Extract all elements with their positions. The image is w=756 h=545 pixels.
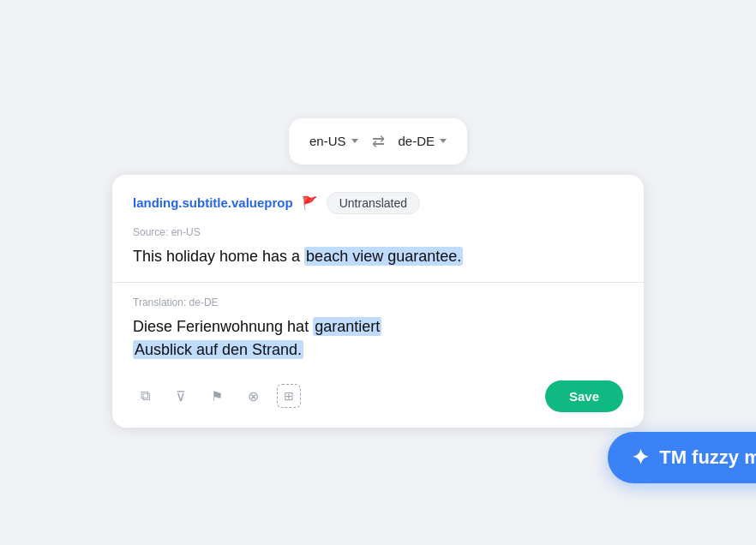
card-footer: ⧉ ⊽ ⚑ ⊗ ⊞ Save [112,372,644,428]
footer-actions: ⧉ ⊽ ⚑ ⊗ ⊞ [133,384,301,408]
filter-icon[interactable]: ⊽ [169,384,193,408]
translation-section: Translation: de-DE Diese Ferienwohnung h… [112,283,644,372]
source-section: Source: en-US This holiday home has a be… [112,226,644,282]
source-language-selector[interactable]: en-US [309,134,358,148]
translation-highlight-2: Ausblick auf den Strand. [133,340,303,359]
card-header: landing.subtitle.valueprop 🚩 Untranslate… [112,175,644,226]
translation-label: Translation: de-DE [133,296,623,308]
source-label: Source: en-US [133,226,623,238]
flag-icon[interactable]: 🚩 [302,195,318,211]
source-lang-chevron-icon [351,139,358,143]
language-selector-card: en-US ⇄ de-DE [289,118,467,165]
translation-key: landing.subtitle.valueprop [133,195,293,210]
sparkle-icon: ✦ [632,446,649,470]
translation-highlight-1: garantiert [313,317,381,336]
source-lang-label: en-US [309,134,346,148]
close-icon[interactable]: ⊗ [241,384,265,408]
target-language-selector[interactable]: de-DE [399,134,447,148]
translation-text[interactable]: Diese Ferienwohnung hat garantiertAusbli… [133,315,623,362]
translation-text-plain: Diese Ferienwohnung hat [133,318,313,335]
tm-fuzzy-match-bubble[interactable]: ✦ TM fuzzy match [608,432,756,483]
source-text: This holiday home has a beach view guara… [133,245,623,268]
translation-card: landing.subtitle.valueprop 🚩 Untranslate… [112,175,644,428]
target-lang-label: de-DE [399,134,435,148]
swap-languages-button[interactable]: ⇄ [372,132,385,151]
copy-icon[interactable]: ⧉ [133,384,157,408]
save-button[interactable]: Save [545,380,623,412]
target-lang-chevron-icon [440,139,447,143]
flag-action-icon[interactable]: ⚑ [205,384,229,408]
status-badge[interactable]: Untranslated [327,192,420,214]
source-text-plain: This holiday home has a [133,248,304,265]
source-text-highlight: beach view guarantee. [304,247,463,266]
page-wrapper: en-US ⇄ de-DE landing.subtitle.valueprop… [112,118,644,428]
add-icon[interactable]: ⊞ [277,384,301,408]
tm-bubble-label: TM fuzzy match [659,446,756,469]
